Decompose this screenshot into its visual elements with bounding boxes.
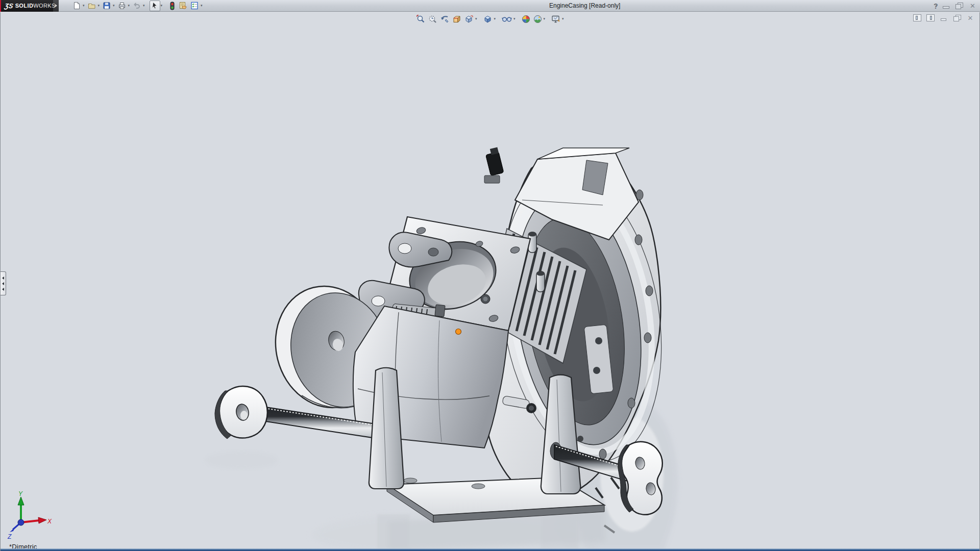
edit-appearance-icon <box>522 15 530 23</box>
print-dropdown[interactable]: ▾ <box>128 1 132 11</box>
select-button[interactable] <box>150 1 160 11</box>
help-dropdown-icon: ▾ <box>935 4 937 8</box>
view-orientation-button[interactable] <box>463 14 475 24</box>
triad-y-axis: Y <box>18 491 24 522</box>
triad-x-label: X <box>47 518 52 525</box>
edit-appearance-button[interactable] <box>520 14 532 24</box>
view-orientation-icon <box>464 15 474 23</box>
options-button[interactable] <box>189 1 200 11</box>
previous-view-icon <box>440 15 449 23</box>
select-cursor-icon <box>151 2 159 10</box>
section-view-icon <box>452 15 461 23</box>
view-settings-dropdown[interactable]: ▾ <box>562 17 566 21</box>
display-style-dropdown[interactable]: ▾ <box>494 17 498 21</box>
main-toolbar: ▾ ▾ ▾ ▾ ▾ ▾ ▾ <box>71 0 204 12</box>
solidworks-brand: SOLIDWORKS <box>15 3 56 9</box>
restore-button[interactable] <box>955 3 964 9</box>
select-dropdown[interactable]: ▾ <box>160 1 164 11</box>
minimize-button[interactable] <box>942 3 950 9</box>
triad-z-label: Z <box>7 533 12 540</box>
apply-scene-button[interactable] <box>532 14 544 24</box>
open-button[interactable] <box>86 1 97 11</box>
help-menu-button[interactable]: ? ▾ <box>934 2 937 10</box>
save-dropdown[interactable]: ▾ <box>112 1 116 11</box>
open-icon <box>88 2 96 10</box>
zoom-to-fit-icon <box>416 15 425 23</box>
triad-x-axis: X <box>21 517 52 525</box>
save-icon <box>103 2 111 10</box>
print-button[interactable] <box>116 1 128 11</box>
engine-casing-model[interactable] <box>1 12 980 551</box>
zoom-to-fit-button[interactable] <box>415 14 427 24</box>
collapse-arrow-icon <box>2 282 4 285</box>
file-properties-button[interactable] <box>177 1 189 11</box>
window-controls: ? ▾ ✕ <box>934 0 977 12</box>
selected-point-marker[interactable] <box>456 329 461 335</box>
reference-triad: Z Y X <box>5 491 54 542</box>
undo-icon <box>133 2 141 10</box>
hide-show-items-icon <box>502 15 512 23</box>
collapse-arrow-icon <box>2 288 4 291</box>
hide-show-items-dropdown[interactable]: ▾ <box>513 17 518 21</box>
solidworks-logo: ƷS SOLIDWORKS <box>0 0 53 12</box>
triad-y-label: Y <box>18 491 23 497</box>
window-bottom-border <box>1 548 979 551</box>
pane-left-button[interactable] <box>913 14 921 21</box>
view-settings-icon <box>551 15 560 23</box>
display-style-icon <box>483 15 493 23</box>
previous-view-button[interactable] <box>438 14 451 24</box>
titlebar: ƷS SOLIDWORKS ▾ ▾ ▾ ▾ ▾ ▾ ▾ <box>0 0 980 12</box>
doc-restore-button[interactable] <box>953 15 961 21</box>
hide-show-items-button[interactable] <box>500 14 513 24</box>
apply-scene-dropdown[interactable]: ▾ <box>544 17 548 21</box>
open-dropdown[interactable]: ▾ <box>97 1 102 11</box>
zoom-to-area-button[interactable] <box>427 14 438 24</box>
options-dropdown[interactable]: ▾ <box>200 1 204 11</box>
rebuild-traffic-light-icon <box>168 2 176 10</box>
triad-z-axis: Z <box>7 522 21 540</box>
window-title: EngineCasing [Read-only] <box>549 0 620 12</box>
section-view-button[interactable] <box>451 14 463 24</box>
document-window-controls: ✕ <box>913 14 974 21</box>
new-document-icon <box>72 2 81 10</box>
solidworks-logo-glyph: ƷS <box>4 2 14 10</box>
view-orientation-dropdown[interactable]: ▾ <box>475 17 479 21</box>
collapse-arrow-icon <box>2 277 4 280</box>
apply-scene-icon <box>533 15 542 23</box>
new-document-dropdown[interactable]: ▾ <box>82 1 86 11</box>
undo-button[interactable] <box>131 1 142 11</box>
doc-minimize-button[interactable] <box>940 15 948 21</box>
file-properties-icon <box>179 2 187 10</box>
save-button[interactable] <box>101 1 112 11</box>
featuremanager-collapsed-tab[interactable] <box>1 271 6 295</box>
display-style-button[interactable] <box>482 14 494 24</box>
view-settings-button[interactable] <box>550 14 562 24</box>
brand-light: WORKS <box>33 3 56 9</box>
brand-bold: SOLID <box>15 3 34 9</box>
new-document-button[interactable] <box>71 1 82 11</box>
print-icon <box>118 2 126 10</box>
pane-right-button[interactable] <box>926 14 935 21</box>
headsup-toolbar: ▾ ▾ ▾ ▾ ▾ <box>415 14 566 24</box>
graphics-viewport[interactable]: ▾ ▾ ▾ ▾ ▾ ✕ <box>0 12 980 551</box>
zoom-to-area-icon <box>428 15 437 23</box>
triad-origin-ball <box>18 519 24 525</box>
pane-left-icon <box>916 16 918 20</box>
rebuild-button[interactable] <box>167 1 177 11</box>
pane-right-icon <box>930 16 932 20</box>
close-button[interactable]: ✕ <box>968 3 977 9</box>
undo-dropdown[interactable]: ▾ <box>142 1 146 11</box>
options-icon <box>190 2 199 10</box>
doc-close-button[interactable]: ✕ <box>966 15 974 21</box>
